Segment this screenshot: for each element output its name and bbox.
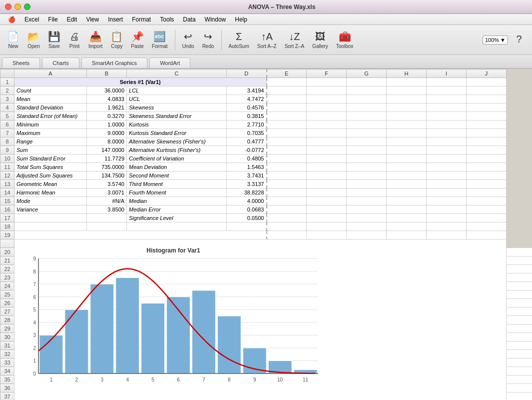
cell-b-15[interactable]: #N/A <box>87 197 127 206</box>
zoom-control[interactable]: 100% ▼ <box>483 36 508 44</box>
cell-b-18[interactable] <box>87 222 127 231</box>
menu-item-apple[interactable]: 🍎 <box>4 15 19 24</box>
cell-a-14[interactable]: Harmonic Mean <box>14 188 87 197</box>
col-header-I[interactable]: I <box>427 70 467 78</box>
cell-c-6[interactable]: Kurtosis <box>127 120 227 129</box>
cell-d-17[interactable]: 0.0500 <box>227 214 267 222</box>
cell-b-16[interactable]: 3.8500 <box>87 206 127 214</box>
cell-b-6[interactable]: 1.0000 <box>87 120 127 129</box>
col-header-H[interactable]: H <box>387 70 427 78</box>
cell-a-15[interactable]: Mode <box>14 197 87 206</box>
cell-a-13[interactable]: Geometric Mean <box>14 180 87 188</box>
toolbar-btn-format[interactable]: 🔤Format <box>149 27 171 53</box>
cell-a-16[interactable]: Variance <box>14 206 87 214</box>
col-header-J[interactable]: J <box>467 70 507 78</box>
menu-item-tools[interactable]: Tools <box>156 15 178 24</box>
cell-d-18[interactable] <box>227 222 267 231</box>
toolbar-btn-copy[interactable]: 📋Copy <box>107 27 126 53</box>
toolbar-btn-open[interactable]: 📂Open <box>24 27 43 53</box>
col-header-C[interactable]: C <box>127 70 227 78</box>
toolbar-btn-sort-z-a[interactable]: ↓ZSort Z–A <box>282 27 307 53</box>
col-header-A[interactable]: A <box>14 70 87 78</box>
menu-item-edit[interactable]: Edit <box>63 15 81 24</box>
cell-d-13[interactable]: 3.3137 <box>227 180 267 188</box>
cell-a-3[interactable]: Mean <box>14 95 87 104</box>
cell-b-14[interactable]: 3.0071 <box>87 188 127 197</box>
cell-c-14[interactable]: Fourth Moment <box>127 188 227 197</box>
cell-d-14[interactable]: 38.8228 <box>227 188 267 197</box>
col-header-E[interactable]: E <box>267 70 307 78</box>
menu-item-file[interactable]: File <box>44 15 61 24</box>
cell-d-5[interactable]: 0.3815 <box>227 112 267 120</box>
cell-b-11[interactable]: 735.0000 <box>87 163 127 172</box>
cell-c-11[interactable]: Mean Deviation <box>127 163 227 172</box>
cell-d-15[interactable]: 4.0000 <box>227 197 267 206</box>
cell-b-10[interactable]: 11.7729 <box>87 154 127 163</box>
cell-b-12[interactable]: 134.7500 <box>87 172 127 180</box>
zoom-dropdown-icon[interactable]: ▼ <box>500 37 506 43</box>
menu-item-format[interactable]: Format <box>128 15 155 24</box>
toolbar-btn-undo[interactable]: ↩Undo <box>179 27 197 53</box>
cell-c-2[interactable]: LCL <box>127 86 227 95</box>
cell-c-18[interactable] <box>127 222 227 231</box>
cell-d-9[interactable]: -0.0772 <box>227 146 267 154</box>
toolbar-btn-gallery[interactable]: 🖼Gallery <box>309 27 331 53</box>
series-header[interactable]: Series #1 (Var1) <box>14 78 267 86</box>
cell-b-13[interactable]: 3.5740 <box>87 180 127 188</box>
cell-d-4[interactable]: 0.4576 <box>227 104 267 112</box>
cell-a-7[interactable]: Maximum <box>14 129 87 138</box>
cell-d-8[interactable]: 0.4777 <box>227 138 267 146</box>
ribbon-tab-0[interactable]: Sheets <box>2 58 40 68</box>
cell-c-10[interactable]: Coefficient of Variation <box>127 154 227 163</box>
col-header-F[interactable]: F <box>307 70 347 78</box>
cell-a-17[interactable] <box>14 214 87 222</box>
cell-c-9[interactable]: Alternative Kurtosis (Fisher's) <box>127 146 227 154</box>
cell-b-4[interactable]: 1.9621 <box>87 104 127 112</box>
cell-a-12[interactable]: Adjusted Sum Squares <box>14 172 87 180</box>
toolbar-btn-toolbox[interactable]: 🧰Toolbox <box>333 27 356 53</box>
cell-d-11[interactable]: 1.5463 <box>227 163 267 172</box>
close-button[interactable] <box>5 4 11 10</box>
cell-c-17[interactable]: Significance Level <box>127 214 227 222</box>
menu-item-data[interactable]: Data <box>179 15 199 24</box>
cell-a-11[interactable]: Total Sum Squares <box>14 163 87 172</box>
toolbar-btn-save[interactable]: 💾Save <box>45 27 63 53</box>
cell-c-16[interactable]: Median Error <box>127 206 227 214</box>
cell-c-7[interactable]: Kurtosis Standard Error <box>127 129 227 138</box>
ribbon-tab-2[interactable]: SmartArt Graphics <box>81 58 147 68</box>
cell-a-10[interactable]: Sum Standard Error <box>14 154 87 163</box>
menu-item-excel[interactable]: Excel <box>20 15 43 24</box>
cell-d-12[interactable]: 3.7431 <box>227 172 267 180</box>
col-header-D[interactable]: D <box>227 70 267 78</box>
toolbar-btn-new[interactable]: 📄New <box>4 27 22 53</box>
cell-d-2[interactable]: 3.4194 <box>227 86 267 95</box>
menu-item-help[interactable]: Help <box>231 15 251 24</box>
cell-a-5[interactable]: Standard Error (of Mean) <box>14 112 87 120</box>
cell-a-8[interactable]: Range <box>14 138 87 146</box>
cell-c-15[interactable]: Median <box>127 197 227 206</box>
cell-b-3[interactable]: 4.0833 <box>87 95 127 104</box>
cell-b-8[interactable]: 8.0000 <box>87 138 127 146</box>
cell-a-4[interactable]: Standard Deviation <box>14 104 87 112</box>
cell-c-5[interactable]: Skewness Standard Error <box>127 112 227 120</box>
col-header-B[interactable]: B <box>87 70 127 78</box>
toolbar-btn-redo[interactable]: ↪Redo <box>199 27 217 53</box>
cell-a-2[interactable]: Count <box>14 86 87 95</box>
minimize-button[interactable] <box>14 4 21 10</box>
cell-d-7[interactable]: 0.7035 <box>227 129 267 138</box>
cell-c-4[interactable]: Skewness <box>127 104 227 112</box>
ribbon-tab-3[interactable]: WordArt <box>149 58 190 68</box>
cell-b-17[interactable] <box>87 214 127 222</box>
toolbar-btn-import[interactable]: 📥Import <box>85 27 105 53</box>
cell-a-18[interactable] <box>14 222 87 231</box>
menu-item-window[interactable]: Window <box>201 15 230 24</box>
toolbar-btn-print[interactable]: 🖨Print <box>65 27 83 53</box>
cell-c-3[interactable]: UCL <box>127 95 227 104</box>
col-header-G[interactable]: G <box>347 70 387 78</box>
toolbar-btn-paste[interactable]: 📌Paste <box>128 27 147 53</box>
cell-c-8[interactable]: Alternative Skewness (Fisher's) <box>127 138 227 146</box>
cell-a-6[interactable]: Minimum <box>14 120 87 129</box>
cell-a-9[interactable]: Sum <box>14 146 87 154</box>
cell-d-6[interactable]: 2.7710 <box>227 120 267 129</box>
ribbon-tab-1[interactable]: Charts <box>42 58 79 68</box>
